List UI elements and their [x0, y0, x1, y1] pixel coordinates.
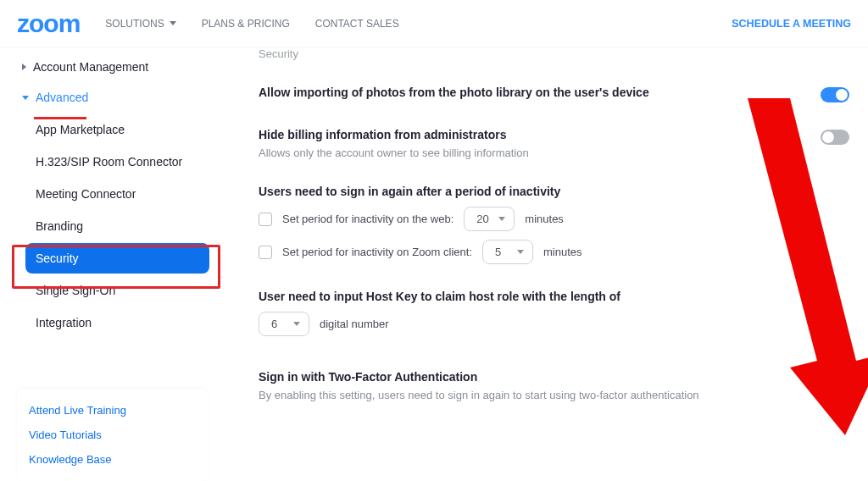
- toggle-knob: [836, 89, 848, 101]
- setting-hide-billing-title: Hide billing information from administra…: [259, 128, 821, 141]
- inactivity-client-row: Set period for inactivity on Zoom client…: [259, 240, 849, 264]
- inactivity-client-unit: minutes: [543, 246, 582, 258]
- sidebar-item-integration[interactable]: Integration: [25, 307, 209, 338]
- checkbox-inactivity-web[interactable]: [259, 213, 272, 226]
- toggle-hide-billing[interactable]: [821, 130, 849, 145]
- inactivity-web-row: Set period for inactivity on the web: 20…: [259, 207, 849, 231]
- sidebar-item-h323[interactable]: H.323/SIP Room Connector: [25, 147, 209, 177]
- chevron-down-icon: [517, 250, 524, 254]
- nav-solutions[interactable]: SOLUTIONS: [105, 18, 175, 30]
- setting-two-factor-title: Sign in with Two-Factor Authentication: [259, 370, 821, 384]
- help-videos-link[interactable]: Video Tutorials: [29, 428, 196, 441]
- chevron-down-icon: [293, 322, 300, 326]
- nav-plans[interactable]: PLANS & PRICING: [202, 18, 290, 30]
- select-inactivity-client[interactable]: 5: [482, 240, 533, 264]
- select-inactivity-web-value: 20: [476, 213, 488, 225]
- setting-hostkey: User need to input Host Key to claim hos…: [259, 290, 849, 336]
- sidebar-item-meeting-connector[interactable]: Meeting Connector: [25, 179, 209, 209]
- setting-inactivity: Users need to sign in again after a peri…: [259, 185, 849, 264]
- hostkey-row: 6 digital number: [259, 312, 849, 336]
- select-hostkey-length[interactable]: 6: [259, 312, 309, 336]
- sidebar-item-branding[interactable]: Branding: [25, 211, 209, 241]
- topbar: zoom SOLUTIONS PLANS & PRICING CONTACT S…: [0, 0, 868, 47]
- hostkey-unit: digital number: [320, 318, 389, 330]
- inactivity-web-label: Set period for inactivity on the web:: [282, 213, 453, 225]
- main: Security Allow importing of photos from …: [225, 47, 868, 481]
- setting-two-factor: Sign in with Two-Factor Authentication B…: [259, 370, 849, 401]
- help-card: Attend Live Training Video Tutorials Kno…: [17, 389, 208, 481]
- help-training-link[interactable]: Attend Live Training: [29, 404, 196, 417]
- nav-solutions-label: SOLUTIONS: [105, 18, 164, 30]
- select-inactivity-client-value: 5: [495, 246, 501, 258]
- annotation-rectangle: [12, 245, 220, 289]
- setting-photo-import: Allow importing of photos from the photo…: [259, 86, 849, 102]
- select-inactivity-web[interactable]: 20: [464, 207, 515, 231]
- sidebar: Account Management Advanced App Marketpl…: [0, 47, 225, 481]
- inactivity-web-unit: minutes: [525, 213, 564, 225]
- toggle-photo-import[interactable]: [821, 87, 849, 102]
- nav-contact-label: CONTACT SALES: [315, 18, 399, 30]
- setting-photo-import-title: Allow importing of photos from the photo…: [259, 86, 821, 99]
- setting-hide-billing: Hide billing information from administra…: [259, 128, 849, 159]
- toggle-knob: [822, 373, 834, 385]
- help-kb-link[interactable]: Knowledge Base: [29, 453, 196, 466]
- chevron-down-icon: [498, 217, 505, 221]
- toggle-knob: [822, 131, 834, 143]
- breadcrumb: Security: [259, 47, 849, 60]
- setting-hide-billing-desc: Allows only the account owner to see bil…: [259, 147, 767, 159]
- schedule-meeting-button[interactable]: SCHEDULE A MEETING: [732, 18, 851, 30]
- setting-hostkey-title: User need to input Host Key to claim hos…: [259, 290, 849, 303]
- nav-contact[interactable]: CONTACT SALES: [315, 18, 399, 30]
- chevron-down-icon: [170, 21, 176, 25]
- logo[interactable]: zoom: [17, 9, 80, 38]
- sidebar-group-account[interactable]: Account Management: [20, 52, 216, 82]
- inactivity-client-label: Set period for inactivity on Zoom client…: [282, 246, 472, 258]
- annotation-underline: [34, 117, 86, 119]
- nav-plans-label: PLANS & PRICING: [202, 18, 290, 30]
- checkbox-inactivity-client[interactable]: [259, 246, 272, 259]
- topnav: SOLUTIONS PLANS & PRICING CONTACT SALES: [105, 18, 398, 30]
- sidebar-group-advanced-label: Advanced: [36, 91, 88, 104]
- setting-inactivity-title: Users need to sign in again after a peri…: [259, 185, 849, 198]
- sidebar-group-advanced[interactable]: Advanced: [20, 82, 216, 113]
- select-hostkey-value: 6: [271, 318, 277, 330]
- toggle-two-factor[interactable]: [821, 372, 849, 387]
- sidebar-group-account-label: Account Management: [33, 60, 148, 74]
- setting-two-factor-desc: By enabling this setting, users need to …: [259, 389, 767, 401]
